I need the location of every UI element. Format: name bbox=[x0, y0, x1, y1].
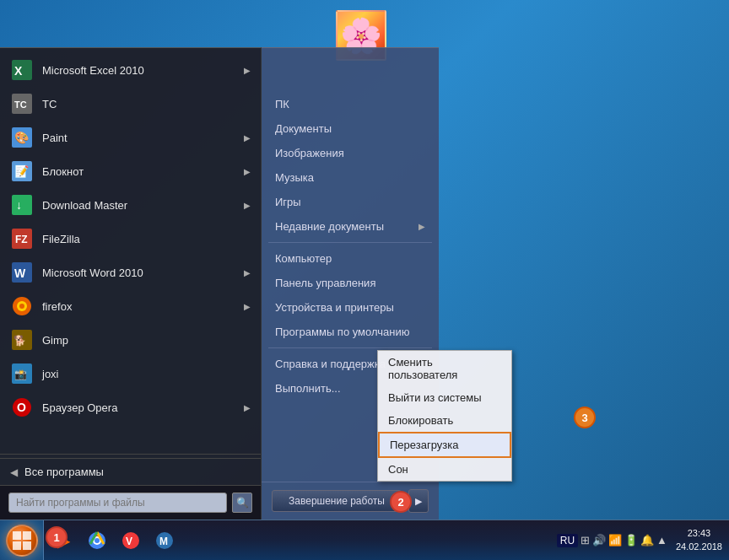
context-label-logout: Выйти из системы bbox=[388, 391, 482, 404]
svg-text:📝: 📝 bbox=[14, 164, 30, 179]
maxthon-icon: M bbox=[155, 531, 174, 550]
paint-icon: 🎨 bbox=[10, 126, 34, 149]
clock-date: 24.02.2018 bbox=[676, 541, 722, 553]
recent-docs-arrow: ▶ bbox=[418, 222, 425, 231]
right-item-computer[interactable]: Компьютер bbox=[262, 246, 439, 271]
taskbar-maxthon[interactable]: M bbox=[148, 525, 181, 557]
app-item-gimp[interactable]: 🐕 Gimp bbox=[0, 323, 261, 357]
start-button[interactable] bbox=[0, 520, 44, 561]
app-item-download-master[interactable]: ↓ Download Master ▶ bbox=[0, 188, 261, 222]
clock-time: 23:43 bbox=[676, 527, 722, 540]
app-item-firefox[interactable]: firefox ▶ bbox=[0, 289, 261, 323]
start-menu-left-panel: X Microsoft Excel 2010 ▶ TC TC 🎨 Paint bbox=[0, 47, 262, 520]
right-label-images: Изображения bbox=[275, 147, 344, 159]
right-item-default-programs[interactable]: Программы по умолчанию bbox=[262, 320, 439, 344]
language-indicator[interactable]: RU bbox=[557, 534, 578, 547]
badge-3-label: 3 bbox=[581, 412, 587, 424]
right-sep-1 bbox=[268, 242, 432, 243]
badge-3: 3 bbox=[574, 407, 596, 428]
taskbar-clock[interactable]: 23:43 24.02.2018 bbox=[676, 527, 722, 553]
app-item-notepad[interactable]: 📝 Блокнот ▶ bbox=[0, 154, 261, 188]
tray-icon-3: 📶 bbox=[608, 534, 622, 547]
badge-2: 2 bbox=[390, 491, 412, 513]
app-item-opera[interactable]: O Браузер Opera ▶ bbox=[0, 390, 261, 424]
dm-arrow: ▶ bbox=[244, 201, 251, 210]
taskbar: ▶ V M bbox=[0, 520, 729, 560]
vivaldi-icon: V bbox=[122, 531, 140, 550]
context-switch-user[interactable]: Сменить пользователя bbox=[378, 351, 511, 386]
firefox-arrow: ▶ bbox=[244, 302, 251, 311]
opera-arrow: ▶ bbox=[244, 403, 251, 412]
word-arrow: ▶ bbox=[244, 268, 251, 277]
right-item-devices[interactable]: Устройства и принтеры bbox=[262, 295, 439, 320]
svg-text:X: X bbox=[14, 64, 23, 78]
right-item-games[interactable]: Игры bbox=[262, 190, 439, 214]
taskbar-right: RU ⊞ 🔊 📶 🔋 🔔 ▲ 23:43 24.02.2018 bbox=[545, 527, 729, 553]
shutdown-arrow-icon: ▶ bbox=[415, 496, 422, 507]
tray-icon-4: 🔋 bbox=[624, 534, 638, 547]
app-name-download-master: Download Master bbox=[42, 199, 235, 212]
right-label-control-panel: Панель управления bbox=[275, 277, 375, 289]
right-item-recent-docs[interactable]: Недавние документы ▶ bbox=[262, 214, 439, 239]
shutdown-button[interactable]: Завершение работы bbox=[272, 490, 402, 512]
taskbar-vivaldi[interactable]: V bbox=[115, 525, 147, 557]
app-item-paint[interactable]: 🎨 Paint ▶ bbox=[0, 121, 261, 154]
svg-point-16 bbox=[19, 304, 24, 309]
right-label-default-programs: Программы по умолчанию bbox=[275, 326, 409, 338]
joxi-icon: 📸 bbox=[10, 362, 34, 385]
app-name-joxi: joxi bbox=[42, 368, 251, 380]
notepad-icon: 📝 bbox=[10, 159, 34, 183]
taskbar-chrome[interactable] bbox=[81, 525, 113, 557]
svg-text:📸: 📸 bbox=[14, 368, 27, 380]
context-lock[interactable]: Блокировать bbox=[378, 409, 511, 432]
right-label-recent-docs: Недавние документы bbox=[275, 220, 384, 233]
system-tray: RU ⊞ 🔊 📶 🔋 🔔 ▲ bbox=[552, 534, 672, 547]
filezilla-icon: FZ bbox=[10, 227, 34, 250]
start-menu-right-panel: ПК Документы Изображения Музыка Игры Нед… bbox=[262, 47, 439, 520]
right-label-games: Игры bbox=[275, 196, 301, 208]
badge-1-container: 1 bbox=[46, 526, 68, 548]
context-label-sleep: Сон bbox=[388, 463, 408, 476]
app-item-joxi[interactable]: 📸 joxi bbox=[0, 357, 261, 390]
search-button[interactable]: 🔍 bbox=[232, 493, 252, 513]
app-item-filezilla[interactable]: FZ FileZilla bbox=[0, 222, 261, 256]
right-label-help: Справка и поддержка bbox=[275, 358, 386, 370]
svg-text:↓: ↓ bbox=[16, 198, 22, 212]
right-item-images[interactable]: Изображения bbox=[262, 141, 439, 165]
svg-text:M: M bbox=[159, 536, 168, 547]
right-item-pc[interactable]: ПК bbox=[262, 92, 439, 116]
right-item-documents[interactable]: Документы bbox=[262, 116, 439, 141]
right-label-computer: Компьютер bbox=[275, 252, 332, 265]
right-label-music: Музыка bbox=[275, 171, 314, 184]
context-restart[interactable]: Перезагрузка bbox=[378, 432, 511, 458]
tray-icon-arrow[interactable]: ▲ bbox=[656, 534, 667, 547]
search-input[interactable] bbox=[8, 493, 227, 513]
tray-icon-1: ⊞ bbox=[580, 534, 590, 547]
app-item-tc[interactable]: TC TC bbox=[0, 87, 261, 121]
context-logout[interactable]: Выйти из системы bbox=[378, 386, 511, 409]
right-label-documents: Документы bbox=[275, 122, 332, 135]
app-list: X Microsoft Excel 2010 ▶ TC TC 🎨 Paint bbox=[0, 48, 261, 450]
right-item-music[interactable]: Музыка bbox=[262, 165, 439, 190]
shutdown-area: Завершение работы ▶ Сменить пользователя… bbox=[262, 482, 439, 520]
badge-1: 1 bbox=[46, 526, 68, 548]
all-programs-item[interactable]: ◀ Все программы bbox=[0, 458, 261, 485]
svg-text:🎨: 🎨 bbox=[14, 131, 30, 145]
app-item-word[interactable]: W Microsoft Word 2010 ▶ bbox=[0, 256, 261, 289]
app-name-firefox: firefox bbox=[42, 300, 235, 313]
right-item-control-panel[interactable]: Панель управления bbox=[262, 271, 439, 295]
download-master-icon: ↓ bbox=[10, 193, 34, 217]
svg-text:🐕: 🐕 bbox=[14, 334, 26, 347]
chrome-icon bbox=[88, 531, 106, 550]
paint-arrow: ▶ bbox=[244, 133, 251, 143]
start-orb bbox=[6, 525, 38, 557]
excel-icon: X bbox=[10, 58, 34, 82]
opera-icon: O bbox=[10, 396, 34, 419]
app-item-excel[interactable]: X Microsoft Excel 2010 ▶ bbox=[0, 53, 261, 87]
context-label-restart: Перезагрузка bbox=[390, 439, 458, 451]
context-sleep[interactable]: Сон bbox=[378, 458, 511, 481]
badge-1-label: 1 bbox=[53, 531, 59, 544]
badge-2-container: 2 bbox=[390, 491, 412, 513]
right-label-devices: Устройства и принтеры bbox=[275, 301, 394, 314]
gimp-icon: 🐕 bbox=[10, 328, 34, 352]
